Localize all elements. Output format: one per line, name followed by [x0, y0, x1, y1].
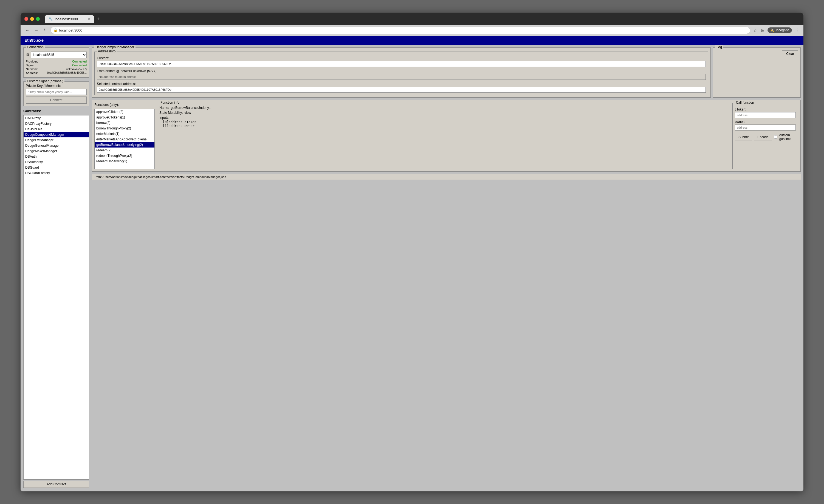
minimize-button[interactable]: [30, 17, 34, 21]
contract-item[interactable]: DaiJoinLike: [24, 126, 89, 132]
address-row: Address: 0xa4C9d66d6058b988e49E55...: [26, 71, 87, 75]
active-tab[interactable]: 🔧 localhost:3000 ✕: [45, 15, 94, 23]
fi-name-label: Name:: [160, 106, 169, 110]
owner-input[interactable]: [735, 124, 796, 131]
from-artifact-value: [97, 74, 706, 80]
fi-inputs-label: Inputs:: [160, 116, 728, 120]
function-item[interactable]: borrow(2): [95, 120, 154, 126]
bookmark-button[interactable]: ☆: [752, 27, 758, 34]
private-key-input[interactable]: [26, 89, 87, 95]
contract-item[interactable]: DSAuthority: [24, 159, 89, 165]
function-item[interactable]: redeemThroughProxy(2): [95, 153, 154, 158]
custom-addr-label: Custom:: [97, 56, 706, 60]
function-item[interactable]: approveCTokens(1): [95, 115, 154, 120]
address-text: localhost:3000: [59, 28, 82, 32]
connection-legend: Connection: [26, 45, 45, 49]
gas-limit-label: custom gas limit: [779, 133, 796, 141]
address-info-legend: AddressInfo: [97, 49, 117, 53]
selected-addr-label: Selected contract address:: [97, 82, 706, 86]
network-label: Network:: [26, 68, 37, 71]
function-item[interactable]: redeemUnderlying(2): [95, 158, 154, 164]
address-value: 0xa4C9d66d6058b988e49E55...: [47, 71, 87, 75]
add-contract-button[interactable]: Add Contract: [23, 481, 89, 488]
lock-icon: 🔒: [54, 28, 58, 32]
contract-item[interactable]: DSAuth: [24, 154, 89, 159]
from-artifact-label: From artifact @ network unknown (5777):: [97, 69, 706, 73]
selected-addr-input[interactable]: [97, 87, 706, 93]
app-body: Connection 🖥 localhost:8545 Provider: Co…: [21, 45, 803, 491]
custom-signer-panel: Custom Signer (optional) Private Key / M…: [23, 82, 89, 106]
manager-legend: DedgeCompoundManager: [94, 45, 135, 49]
function-item[interactable]: approveCToken(2): [95, 109, 154, 115]
monitor-icon: 🖥: [26, 53, 30, 57]
submit-button[interactable]: Submit: [735, 134, 752, 140]
clear-button[interactable]: Clear: [782, 50, 798, 57]
fi-state-value: view: [184, 111, 191, 115]
tab-close-button[interactable]: ✕: [88, 17, 90, 21]
contracts-section: Contracts: DACProxyDACProxyFactoryDaiJoi…: [23, 109, 89, 488]
reload-button[interactable]: ↻: [42, 27, 48, 33]
incognito-icon: 🕵: [770, 28, 775, 32]
left-panel: Connection 🖥 localhost:8545 Provider: Co…: [23, 47, 89, 488]
function-item[interactable]: borrowThroughProxy(2): [95, 126, 154, 131]
fi-mutability-row: State Mutability: view: [160, 111, 728, 115]
app-content: Eth95.exe Connection 🖥 localhost:8545: [21, 36, 803, 491]
contract-item[interactable]: DSGuardFactory: [24, 170, 89, 176]
fi-input-item: [1]address owner: [163, 124, 728, 128]
back-button[interactable]: ←: [24, 27, 31, 33]
right-panel: DedgeCompoundManager AddressInfo Custom:…: [92, 47, 801, 488]
function-item[interactable]: getBorrowBalanceUnderlying(2): [95, 142, 154, 147]
call-function-legend: Call function: [735, 101, 755, 105]
browser-toolbar: ← → ↻ 🔒 localhost:3000 ☆ ⊞ 🕵 Incognito ⋮: [21, 25, 803, 36]
tab-favicon: 🔧: [48, 17, 53, 21]
log-legend: Log: [715, 45, 723, 49]
functions-list[interactable]: approveCToken(2)approveCTokens(1)borrow(…: [94, 109, 155, 169]
function-item[interactable]: enterMarketsAndApproveCTokens(: [95, 137, 154, 142]
log-panel: Log Clear: [713, 47, 801, 98]
connection-info: Provider: Connected Signer: Connected Ne…: [26, 60, 87, 75]
contract-item[interactable]: DedgeExitManager: [24, 137, 89, 143]
close-button[interactable]: [24, 17, 28, 21]
ctoken-input[interactable]: [735, 112, 796, 118]
forward-button[interactable]: →: [33, 27, 40, 33]
contract-item[interactable]: DACProxy: [24, 115, 89, 121]
address-bar[interactable]: 🔒 localhost:3000: [50, 27, 750, 34]
connection-panel: Connection 🖥 localhost:8545 Provider: Co…: [23, 47, 89, 78]
contracts-list[interactable]: DACProxyDACProxyFactoryDaiJoinLikeDedgeC…: [23, 115, 89, 480]
contracts-label: Contracts:: [23, 109, 89, 113]
functions-label: Functions (arity):: [94, 103, 155, 107]
contract-item[interactable]: DedgeCompoundManager: [24, 132, 89, 137]
fi-name-value: getBorrowBalanceUnderly...: [171, 106, 211, 110]
maximize-button[interactable]: [36, 17, 40, 21]
incognito-label: Incognito: [776, 28, 789, 32]
connect-button[interactable]: Connect: [26, 97, 87, 104]
app-title: Eth95.exe: [24, 38, 43, 42]
fi-input-item: [0]address cToken: [163, 120, 728, 124]
connection-select-row: 🖥 localhost:8545: [26, 51, 87, 58]
right-top: DedgeCompoundManager AddressInfo Custom:…: [92, 47, 801, 98]
status-bar: Path: /Users/adrianli/dev/dedge/packages…: [92, 174, 801, 179]
new-tab-button[interactable]: +: [96, 16, 101, 22]
tab-bar: 🔧 localhost:3000 ✕ +: [45, 15, 800, 23]
menu-button[interactable]: ⋮: [794, 27, 800, 34]
app-header: Eth95.exe: [21, 36, 803, 45]
extensions-button[interactable]: ⊞: [760, 27, 765, 34]
network-value: unknown (5777): [66, 68, 87, 71]
server-select[interactable]: localhost:8545: [31, 51, 87, 58]
encode-button[interactable]: Encode: [754, 134, 772, 140]
provider-value: Connected: [72, 60, 87, 63]
contract-item[interactable]: DedgeGeneralManager: [24, 143, 89, 148]
function-item[interactable]: enterMarkets(1): [95, 131, 154, 137]
functions-section: Functions (arity): approveCToken(2)appro…: [94, 103, 155, 169]
gas-limit-group: custom gas limit: [774, 133, 796, 141]
contract-item[interactable]: DSGuard: [24, 165, 89, 170]
cf-buttons: Submit Encode custom gas limit: [735, 133, 796, 141]
contract-item[interactable]: DedgeMakerManager: [24, 148, 89, 154]
right-bottom: Functions (arity): approveCToken(2)appro…: [92, 100, 801, 172]
custom-addr-input[interactable]: [97, 61, 706, 67]
browser-titlebar: 🔧 localhost:3000 ✕ +: [21, 13, 803, 25]
function-item[interactable]: redeem(2): [95, 147, 154, 153]
provider-label: Provider:: [26, 60, 38, 63]
gas-limit-checkbox[interactable]: [774, 135, 778, 139]
contract-item[interactable]: DACProxyFactory: [24, 121, 89, 126]
